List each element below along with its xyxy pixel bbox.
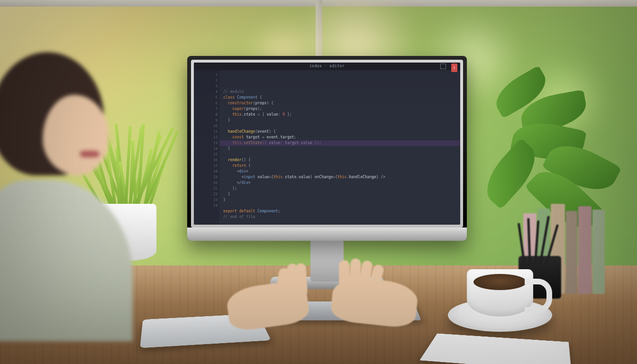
person-foreground	[0, 38, 142, 341]
code-editor-screen: index · editor 1 12345678910111213141516…	[194, 63, 460, 225]
monitor-bezel: index · editor 1 12345678910111213141516…	[187, 56, 467, 241]
photo-scene: index · editor 1 12345678910111213141516…	[0, 0, 637, 364]
window-control-icon	[440, 64, 446, 69]
cup-handle	[525, 279, 552, 313]
monitor: index · editor 1 12345678910111213141516…	[187, 56, 467, 241]
coffee-cup	[448, 265, 552, 337]
editor-titlebar: index · editor 1	[194, 63, 460, 70]
current-line-highlight	[219, 140, 460, 146]
cup	[467, 269, 533, 317]
monitor-chin	[187, 228, 467, 241]
editor-title: index · editor	[309, 64, 345, 68]
code-area: // moduleclass Component { constructor(p…	[219, 70, 460, 225]
line-number-gutter: 123456789101112131415161718192021222324	[194, 70, 219, 225]
